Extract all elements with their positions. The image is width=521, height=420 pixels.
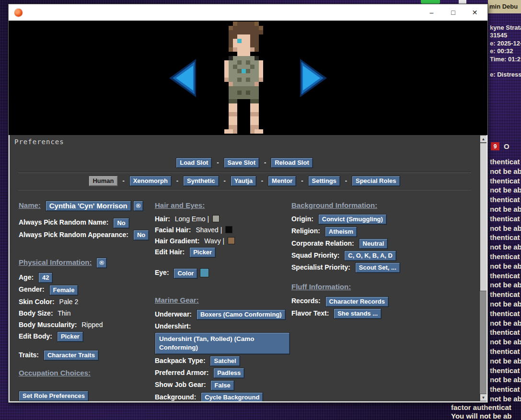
tab-mentor[interactable]: Mentor — [268, 176, 296, 186]
edit-hair-picker-button[interactable]: Picker — [189, 247, 216, 258]
hair-style-value[interactable]: Long Emo | — [175, 215, 209, 223]
character-name-button[interactable]: Cynthia 'Cyn' Morrison — [46, 201, 131, 211]
scrollbar-thumb[interactable] — [480, 143, 486, 291]
character-sprite — [220, 22, 276, 134]
chat-line-fragment: thenticat — [490, 385, 521, 394]
rotate-left-arrow-icon[interactable] — [168, 58, 197, 98]
religion-button[interactable]: Atheism — [325, 227, 357, 237]
status-line-fragment: kyne Strata — [490, 24, 521, 32]
identity-column: Name: Cynthia 'Cyn' Morrison ® Always Pi… — [19, 200, 153, 401]
skin-color-value[interactable]: Pale 2 — [59, 298, 79, 306]
edit-hair-label: Edit Hair: — [155, 248, 185, 256]
random-appearance-toggle[interactable]: No — [133, 230, 149, 240]
body-size-value[interactable]: Thin — [58, 309, 70, 317]
chat-line-fragment: thenticat — [490, 271, 521, 281]
backpack-type-button[interactable]: Satchel — [210, 356, 240, 366]
close-button[interactable]: ✕ — [464, 5, 486, 20]
skin-color-label: Skin Color: — [19, 298, 55, 306]
eye-color-swatch[interactable] — [200, 268, 209, 277]
chat-line-fragment: thenticat — [490, 328, 521, 337]
fluff-section-header: Fluff Information: — [291, 283, 351, 291]
tab-human[interactable]: Human — [89, 176, 117, 186]
tab-synthetic[interactable]: Synthetic — [183, 176, 219, 186]
titlebar[interactable]: – □ ✕ — [9, 4, 487, 21]
squad-priority-button[interactable]: C, O, K, B, A, D — [344, 250, 396, 261]
chat-line-fragment: not be ab — [490, 224, 521, 233]
set-role-preferences-button[interactable]: Set Role Preferences — [19, 391, 89, 401]
show-job-gear-toggle[interactable]: False — [210, 380, 234, 391]
save-slot-button[interactable]: Save Slot — [224, 158, 260, 168]
gender-button[interactable]: Female — [49, 285, 79, 295]
tab-xenomorph[interactable]: Xenomorph — [129, 176, 172, 186]
minimize-button[interactable]: – — [421, 5, 442, 20]
character-records-button[interactable]: Character Records — [325, 296, 389, 307]
tab-yautja[interactable]: Yautja — [231, 176, 256, 186]
origin-button[interactable]: Convict (Smuggling) — [318, 214, 387, 225]
slot-actions: Load Slot - Save Slot - Reload Slot — [10, 158, 479, 168]
chat-line-fragment: not be ab — [490, 318, 521, 328]
load-slot-button[interactable]: Load Slot — [176, 158, 212, 168]
undershirt-label: Undershirt: — [155, 322, 191, 330]
rotate-right-arrow-icon[interactable] — [299, 58, 328, 98]
underwear-label: Underwear: — [155, 310, 192, 318]
tab-settings[interactable]: Settings — [308, 176, 340, 186]
preferred-armor-label: Preferred Armor: — [155, 369, 208, 376]
maximize-button[interactable]: □ — [442, 5, 464, 20]
age-button[interactable]: 42 — [38, 272, 53, 283]
separator: - — [261, 177, 263, 184]
tab-special-roles[interactable]: Special Roles — [352, 176, 400, 186]
origin-label: Origin: — [291, 215, 313, 223]
corporate-relation-button[interactable]: Neutral — [359, 238, 388, 249]
chat-line-fragment: not be ab — [490, 261, 521, 271]
physical-section-header: Physical Information: — [19, 258, 92, 266]
window-controls: – □ ✕ — [421, 5, 486, 20]
chat-line-fragment: thenticat — [490, 157, 521, 167]
chat-line-fragment: thenticat — [490, 309, 521, 318]
chat-line-fragment: thenticat — [490, 233, 521, 242]
chat-log-fragments: thenticatnot be abthenticatnot be abthen… — [490, 157, 521, 405]
scroll-down-arrow-icon[interactable]: ▼ — [480, 394, 486, 401]
age-label: Age: — [19, 273, 34, 281]
hair-eyes-section-header: Hair and Eyes: — [155, 201, 205, 209]
chat-tab-label-fragment: O — [504, 142, 509, 150]
background-menubar-fragment: min Debu — [488, 0, 521, 13]
chat-line-fragment: thenticat — [490, 195, 521, 204]
randomize-name-button[interactable]: ® — [133, 201, 144, 211]
facial-hair-color-swatch[interactable] — [225, 226, 232, 233]
hair-gradient-value[interactable]: Wavy | — [204, 237, 224, 245]
underwear-button[interactable]: Boxers (Camo Conforming) — [197, 309, 286, 320]
random-name-toggle[interactable]: No — [113, 218, 129, 228]
muscularity-label: Body Muscularity: — [19, 321, 77, 329]
randomize-appearance-button[interactable]: ® — [96, 258, 107, 268]
facial-hair-value[interactable]: Shaved | — [196, 226, 222, 234]
edit-body-label: Edit Body: — [19, 332, 52, 340]
chat-line-fragment: thenticat — [490, 366, 521, 375]
religion-label: Religion: — [291, 227, 320, 235]
cycle-background-button[interactable]: Cycle Background — [201, 392, 263, 401]
undershirt-button[interactable]: Undershirt (Tan, Rolled) (Camo Conformin… — [155, 332, 290, 354]
hair-gradient-color-swatch[interactable] — [228, 237, 235, 244]
character-traits-button[interactable]: Character Traits — [44, 350, 99, 361]
eye-color-button[interactable]: Color — [174, 268, 197, 279]
background-info-column: Background Information: Origin: Convict … — [291, 200, 457, 320]
unread-count-badge: 9 — [491, 142, 499, 150]
specialist-priority-button[interactable]: Scout Set, ... — [355, 262, 400, 273]
chat-line-fragment: You will not be ab — [451, 412, 521, 420]
hair-color-swatch[interactable] — [212, 215, 220, 222]
muscularity-value[interactable]: Ripped — [81, 321, 103, 329]
eye-label: Eye: — [155, 269, 169, 276]
chat-line-fragment: not be ab — [490, 280, 521, 290]
random-appearance-label: Always Pick Random Appearance: — [19, 231, 128, 238]
chat-line-fragment: not be ab — [490, 299, 521, 309]
panel-scrollbar[interactable]: ▲ ▼ — [479, 135, 486, 401]
panel-title: Preferences — [14, 138, 64, 146]
scroll-up-arrow-icon[interactable]: ▲ — [480, 135, 486, 143]
show-job-gear-label: Show Job Gear: — [155, 381, 206, 388]
separator: - — [301, 177, 303, 184]
preferred-armor-button[interactable]: Padless — [213, 368, 244, 378]
flavor-text-button[interactable]: She stands ... — [334, 308, 382, 319]
chat-line-fragment: not be ab — [490, 242, 521, 252]
chat-line-fragment: factor authenticat — [451, 403, 521, 412]
edit-body-picker-button[interactable]: Picker — [57, 331, 83, 342]
reload-slot-button[interactable]: Reload Slot — [271, 158, 313, 168]
